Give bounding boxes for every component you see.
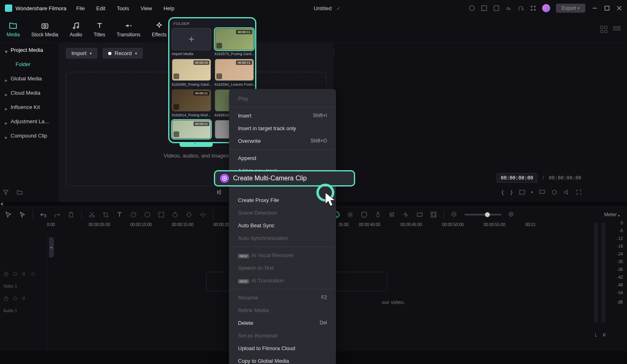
zoom-in-icon[interactable] (508, 211, 515, 218)
close-icon[interactable] (616, 5, 622, 11)
target-icon[interactable] (12, 295, 18, 301)
ctx-append[interactable]: Append (229, 152, 336, 164)
ctx-rename[interactable]: RenameF2 (229, 291, 336, 304)
cut-icon[interactable] (88, 211, 96, 218)
mixer-icon[interactable] (388, 211, 396, 218)
disk-icon[interactable] (493, 5, 500, 11)
display-icon[interactable] (539, 189, 545, 195)
speed-icon[interactable] (130, 211, 137, 218)
ctx-speech-to-text[interactable]: Speech-to-Text (229, 262, 336, 274)
cursor-select-icon[interactable] (5, 211, 12, 218)
media-clip[interactable]: 00:00:11 6162573_Posing Gard... (215, 28, 256, 56)
text-tool-icon[interactable] (116, 211, 123, 218)
ctx-auto-beat-sync[interactable]: Auto Beat Sync (229, 219, 336, 232)
bracket-close-icon[interactable]: } (510, 189, 513, 195)
import-dropdown[interactable]: Import▾ (66, 48, 98, 59)
tab-media[interactable]: Media (7, 21, 20, 38)
render-icon[interactable] (416, 211, 423, 218)
import-media-cell[interactable]: Import Media (172, 28, 212, 56)
maximize-icon[interactable] (604, 5, 610, 11)
media-clip[interactable]: 00:00:11 6162614_Posing Mod... (172, 89, 212, 117)
sidebar-item-project-media[interactable]: ▾Project Media (0, 43, 59, 57)
slider-knob[interactable] (485, 212, 490, 217)
fullscreen-icon[interactable] (576, 189, 582, 195)
layout-icon[interactable] (481, 5, 487, 11)
gear-icon[interactable] (347, 211, 354, 218)
menu-edit[interactable]: Edit (96, 5, 105, 11)
filter-icon[interactable] (2, 189, 9, 195)
ctx-ai-translation[interactable]: NEWAI Translation (229, 274, 336, 287)
ctx-play[interactable]: Play (229, 92, 336, 105)
tab-transitions[interactable]: Transitions (117, 21, 140, 38)
menu-help[interactable]: Help (163, 5, 174, 11)
tab-stock-media[interactable]: Stock Media (31, 21, 58, 38)
bracket-open-icon[interactable]: { (501, 189, 504, 195)
target-icon[interactable] (551, 189, 558, 195)
playhead-handle[interactable]: ▸ (49, 237, 54, 257)
prev-frame-icon[interactable] (216, 189, 223, 195)
ctx-delete[interactable]: DeleteDel (229, 317, 336, 329)
split-icon[interactable] (199, 211, 207, 218)
ctx-create-multicam-highlight[interactable]: Create Multi-Camera Clip (214, 170, 355, 186)
ctx-set-thumbnail[interactable]: Set as thumbnail (229, 329, 336, 342)
mute-icon[interactable] (21, 295, 27, 301)
new-folder-icon[interactable] (16, 189, 23, 195)
media-clip[interactable]: 00:00:11 6162594_Leaves Posin... (215, 59, 256, 87)
zoom-slider[interactable] (465, 214, 501, 215)
lock-icon[interactable] (3, 295, 9, 301)
ctx-overwrite[interactable]: OverwriteShift+O (229, 135, 336, 147)
undo-icon[interactable] (40, 211, 47, 218)
ctx-upload-cloud[interactable]: Upload to Filmora Cloud (229, 342, 336, 355)
ctx-scene-detection[interactable]: Scene Detection (229, 206, 336, 219)
menu-tools[interactable]: Tools (117, 5, 129, 11)
add-media-thumb[interactable] (172, 28, 211, 50)
video-track-header[interactable] (0, 266, 47, 282)
sidebar-item-influence-kit[interactable]: ▸Influence Kit (0, 100, 59, 114)
ctx-ai-vocal[interactable]: NEWAI Vocal Remover (229, 249, 336, 262)
media-clip[interactable]: 00:00:10 6162585_Posing Gard... (172, 59, 212, 87)
adjust-icon[interactable] (158, 211, 165, 218)
menu-file[interactable]: File (76, 5, 85, 11)
screenshot-icon[interactable] (519, 189, 525, 195)
zoom-out-icon[interactable] (451, 211, 458, 218)
clip-thumbnail[interactable]: 00:00:11 (172, 89, 211, 111)
ctx-relink[interactable]: Relink Media (229, 304, 336, 317)
sidebar-item-cloud-media[interactable]: ▸Cloud Media (0, 86, 59, 100)
sidebar-item-compound-clip[interactable]: ▸Compound Clip (0, 129, 59, 143)
lock-icon[interactable] (3, 271, 9, 277)
pointer-icon[interactable] (19, 211, 26, 218)
tab-audio[interactable]: Audio (70, 21, 82, 38)
clip-thumbnail[interactable]: 00:00:11 (215, 28, 254, 50)
redo-icon[interactable] (53, 211, 61, 218)
mute-icon[interactable] (21, 271, 27, 277)
eye-icon[interactable] (30, 271, 36, 277)
sidebar-sub-folder[interactable]: Folder (0, 57, 59, 71)
timeline-body[interactable]: ▸ our video. (47, 233, 627, 351)
cloud-icon[interactable] (505, 5, 512, 11)
shield-icon[interactable] (360, 211, 368, 218)
list-view-icon[interactable] (613, 26, 620, 33)
sidebar-item-global-media[interactable]: ▸Global Media (0, 71, 59, 86)
audio-track-header[interactable] (0, 290, 47, 306)
media-clip[interactable]: 00:00:11 (172, 120, 212, 139)
timer-icon[interactable] (171, 211, 179, 218)
apps-icon[interactable] (530, 5, 536, 11)
markers-icon[interactable] (430, 211, 437, 218)
meter-label[interactable]: Meter ▴ (604, 212, 622, 218)
menu-view[interactable]: View (140, 5, 152, 11)
ctx-insert[interactable]: InsertShift+I (229, 109, 336, 122)
minimize-icon[interactable] (592, 5, 598, 11)
clip-thumbnail[interactable]: 00:00:11 (215, 59, 254, 81)
grid-view-icon[interactable] (600, 26, 607, 33)
ctx-insert-target[interactable]: Insert in target track only (229, 122, 336, 135)
beat-icon[interactable] (402, 211, 409, 218)
ctx-auto-sync[interactable]: Auto Synchronization (229, 232, 336, 244)
clip-thumbnail[interactable]: 00:00:10 (172, 59, 211, 81)
mic-icon[interactable] (374, 211, 382, 218)
record-icon[interactable] (469, 5, 475, 11)
sidebar-item-adjustment-layer[interactable]: ▸Adjustment La... (0, 114, 59, 129)
record-dropdown[interactable]: Record▾ (102, 48, 143, 59)
target-icon[interactable] (12, 271, 18, 277)
user-avatar[interactable] (542, 4, 550, 12)
tab-titles[interactable]: Titles (93, 21, 105, 38)
